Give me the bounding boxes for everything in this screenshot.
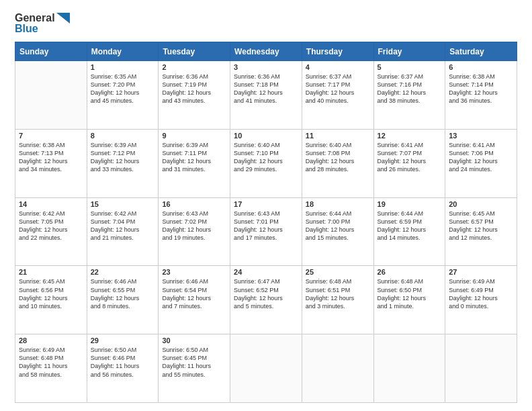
day-number: 7 [19, 132, 83, 140]
day-number: 22 [91, 268, 155, 276]
calendar-cell: 19Sunrise: 6:44 AM Sunset: 6:59 PM Dayli… [373, 197, 445, 266]
cell-sun-info: Sunrise: 6:49 AM Sunset: 6:48 PM Dayligh… [19, 347, 68, 377]
cell-sun-info: Sunrise: 6:44 AM Sunset: 6:59 PM Dayligh… [378, 210, 427, 241]
cell-sun-info: Sunrise: 6:42 AM Sunset: 7:05 PM Dayligh… [19, 210, 68, 241]
cell-sun-info: Sunrise: 6:44 AM Sunset: 7:00 PM Dayligh… [306, 210, 355, 241]
calendar-cell: 25Sunrise: 6:48 AM Sunset: 6:51 PM Dayli… [302, 266, 373, 334]
calendar: SundayMondayTuesdayWednesdayThursdayFrid… [15, 42, 517, 403]
logo-blue: Blue [15, 23, 38, 35]
calendar-cell: 15Sunrise: 6:42 AM Sunset: 7:04 PM Dayli… [87, 197, 159, 266]
calendar-cell: 27Sunrise: 6:49 AM Sunset: 6:49 PM Dayli… [445, 266, 517, 334]
calendar-cell: 8Sunrise: 6:39 AM Sunset: 7:12 PM Daylig… [87, 129, 159, 197]
day-number: 18 [306, 200, 370, 208]
calendar-cell: 24Sunrise: 6:47 AM Sunset: 6:52 PM Dayli… [230, 266, 302, 334]
weekday-header-wednesday: Wednesday [230, 42, 302, 61]
day-number: 30 [162, 336, 226, 345]
calendar-cell: 21Sunrise: 6:45 AM Sunset: 6:56 PM Dayli… [15, 266, 87, 334]
day-number: 17 [234, 200, 298, 208]
cell-sun-info: Sunrise: 6:38 AM Sunset: 7:14 PM Dayligh… [449, 73, 498, 104]
calendar-cell: 20Sunrise: 6:45 AM Sunset: 6:57 PM Dayli… [445, 197, 517, 266]
cell-sun-info: Sunrise: 6:38 AM Sunset: 7:13 PM Dayligh… [19, 142, 68, 173]
calendar-cell: 10Sunrise: 6:40 AM Sunset: 7:10 PM Dayli… [230, 129, 302, 197]
cell-sun-info: Sunrise: 6:48 AM Sunset: 6:51 PM Dayligh… [306, 278, 355, 309]
day-number: 23 [162, 268, 226, 276]
cell-sun-info: Sunrise: 6:46 AM Sunset: 6:55 PM Dayligh… [91, 278, 140, 309]
calendar-cell [302, 334, 373, 403]
calendar-cell: 16Sunrise: 6:43 AM Sunset: 7:02 PM Dayli… [159, 197, 230, 266]
calendar-cell: 18Sunrise: 6:44 AM Sunset: 7:00 PM Dayli… [302, 197, 373, 266]
cell-sun-info: Sunrise: 6:43 AM Sunset: 7:01 PM Dayligh… [234, 210, 283, 241]
weekday-header-thursday: Thursday [302, 42, 373, 61]
calendar-cell: 1Sunrise: 6:35 AM Sunset: 7:20 PM Daylig… [87, 61, 159, 130]
cell-sun-info: Sunrise: 6:35 AM Sunset: 7:20 PM Dayligh… [91, 73, 140, 104]
calendar-cell: 17Sunrise: 6:43 AM Sunset: 7:01 PM Dayli… [230, 197, 302, 266]
day-number: 3 [234, 63, 298, 71]
day-number: 10 [234, 132, 298, 140]
cell-sun-info: Sunrise: 6:37 AM Sunset: 7:16 PM Dayligh… [378, 73, 427, 104]
calendar-cell: 30Sunrise: 6:50 AM Sunset: 6:45 PM Dayli… [159, 334, 230, 403]
cell-sun-info: Sunrise: 6:43 AM Sunset: 7:02 PM Dayligh… [162, 210, 211, 241]
calendar-cell [445, 334, 517, 403]
calendar-cell: 14Sunrise: 6:42 AM Sunset: 7:05 PM Dayli… [15, 197, 87, 266]
day-number: 14 [19, 200, 83, 208]
calendar-cell: 3Sunrise: 6:36 AM Sunset: 7:18 PM Daylig… [230, 61, 302, 130]
weekday-header-friday: Friday [373, 42, 445, 61]
cell-sun-info: Sunrise: 6:39 AM Sunset: 7:11 PM Dayligh… [162, 142, 211, 173]
day-number: 20 [449, 200, 513, 208]
cell-sun-info: Sunrise: 6:45 AM Sunset: 6:56 PM Dayligh… [19, 278, 68, 309]
cell-sun-info: Sunrise: 6:40 AM Sunset: 7:08 PM Dayligh… [306, 142, 355, 173]
day-number: 26 [378, 268, 442, 276]
weekday-header-tuesday: Tuesday [159, 42, 230, 61]
weekday-header-saturday: Saturday [445, 42, 517, 61]
day-number: 6 [449, 63, 513, 71]
cell-sun-info: Sunrise: 6:36 AM Sunset: 7:18 PM Dayligh… [234, 73, 283, 104]
day-number: 5 [378, 63, 442, 71]
cell-sun-info: Sunrise: 6:41 AM Sunset: 7:06 PM Dayligh… [449, 142, 498, 173]
weekday-header-monday: Monday [87, 42, 159, 61]
cell-sun-info: Sunrise: 6:42 AM Sunset: 7:04 PM Dayligh… [91, 210, 140, 241]
day-number: 19 [378, 200, 442, 208]
calendar-week-4: 21Sunrise: 6:45 AM Sunset: 6:56 PM Dayli… [15, 266, 517, 334]
day-number: 8 [91, 132, 155, 140]
page: General Blue SundayMondayTuesdayWednesda… [0, 0, 532, 411]
calendar-cell: 4Sunrise: 6:37 AM Sunset: 7:17 PM Daylig… [302, 61, 373, 130]
calendar-week-5: 28Sunrise: 6:49 AM Sunset: 6:48 PM Dayli… [15, 334, 517, 403]
calendar-cell: 22Sunrise: 6:46 AM Sunset: 6:55 PM Dayli… [87, 266, 159, 334]
calendar-week-3: 14Sunrise: 6:42 AM Sunset: 7:05 PM Dayli… [15, 197, 517, 266]
calendar-cell: 28Sunrise: 6:49 AM Sunset: 6:48 PM Dayli… [15, 334, 87, 403]
day-number: 24 [234, 268, 298, 276]
day-number: 9 [162, 132, 226, 140]
day-number: 16 [162, 200, 226, 208]
weekday-header-sunday: Sunday [15, 42, 87, 61]
calendar-week-1: 1Sunrise: 6:35 AM Sunset: 7:20 PM Daylig… [15, 61, 517, 130]
cell-sun-info: Sunrise: 6:50 AM Sunset: 6:45 PM Dayligh… [162, 347, 211, 377]
day-number: 11 [306, 132, 370, 140]
calendar-cell: 29Sunrise: 6:50 AM Sunset: 6:46 PM Dayli… [87, 334, 159, 403]
logo-triangle-icon [56, 13, 70, 24]
calendar-cell: 23Sunrise: 6:46 AM Sunset: 6:54 PM Dayli… [159, 266, 230, 334]
calendar-cell [373, 334, 445, 403]
day-number: 12 [378, 132, 442, 140]
calendar-cell: 26Sunrise: 6:48 AM Sunset: 6:50 PM Dayli… [373, 266, 445, 334]
header: General Blue [15, 12, 517, 35]
day-number: 13 [449, 132, 513, 140]
cell-sun-info: Sunrise: 6:39 AM Sunset: 7:12 PM Dayligh… [91, 142, 140, 173]
cell-sun-info: Sunrise: 6:50 AM Sunset: 6:46 PM Dayligh… [91, 347, 140, 377]
logo: General Blue [15, 12, 70, 35]
calendar-week-2: 7Sunrise: 6:38 AM Sunset: 7:13 PM Daylig… [15, 129, 517, 197]
calendar-cell: 7Sunrise: 6:38 AM Sunset: 7:13 PM Daylig… [15, 129, 87, 197]
calendar-cell: 9Sunrise: 6:39 AM Sunset: 7:11 PM Daylig… [159, 129, 230, 197]
calendar-cell: 6Sunrise: 6:38 AM Sunset: 7:14 PM Daylig… [445, 61, 517, 130]
day-number: 2 [162, 63, 226, 71]
calendar-cell [15, 61, 87, 130]
cell-sun-info: Sunrise: 6:46 AM Sunset: 6:54 PM Dayligh… [162, 278, 211, 309]
cell-sun-info: Sunrise: 6:40 AM Sunset: 7:10 PM Dayligh… [234, 142, 283, 173]
calendar-cell [230, 334, 302, 403]
calendar-cell: 12Sunrise: 6:41 AM Sunset: 7:07 PM Dayli… [373, 129, 445, 197]
cell-sun-info: Sunrise: 6:48 AM Sunset: 6:50 PM Dayligh… [378, 278, 427, 309]
day-number: 21 [19, 268, 83, 276]
day-number: 27 [449, 268, 513, 276]
cell-sun-info: Sunrise: 6:41 AM Sunset: 7:07 PM Dayligh… [378, 142, 427, 173]
day-number: 4 [306, 63, 370, 71]
svg-marker-0 [56, 13, 70, 24]
